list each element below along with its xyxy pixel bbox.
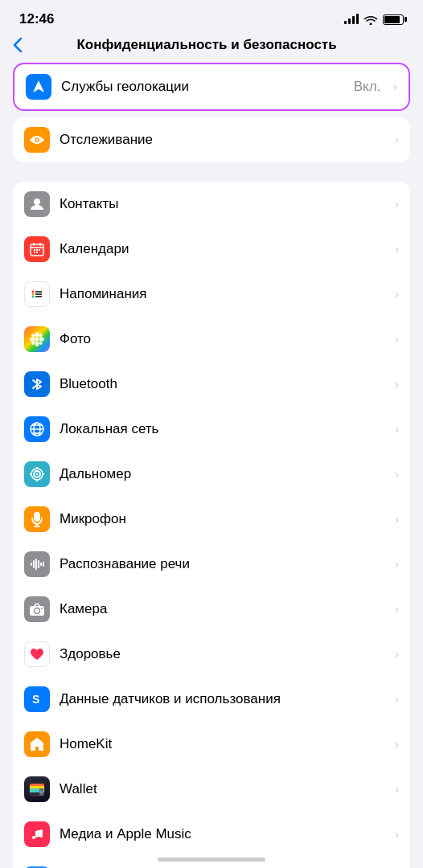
rangefinder-label: Дальномер	[60, 466, 385, 482]
location-services-icon	[26, 74, 51, 100]
calendars-icon	[24, 236, 50, 262]
health-label: Здоровье	[60, 646, 385, 662]
main-settings-list: Контакты › Календари ›	[13, 182, 410, 868]
svg-rect-9	[36, 252, 38, 253]
tracking-label: Отслеживание	[60, 132, 385, 148]
homekit-chevron: ›	[395, 738, 399, 751]
svg-point-0	[34, 199, 40, 205]
wallet-icon	[24, 776, 50, 802]
bluetooth-label: Bluetooth	[60, 376, 385, 392]
tracking-row[interactable]: Отслеживание ›	[13, 117, 410, 162]
svg-point-17	[35, 332, 39, 337]
camera-chevron: ›	[395, 603, 399, 616]
calendars-chevron: ›	[395, 243, 399, 256]
rangefinder-row[interactable]: Дальномер ›	[13, 452, 410, 497]
sensordata-icon: S	[24, 686, 50, 712]
location-services-value: Вкл.	[354, 79, 381, 95]
svg-rect-37	[34, 512, 40, 522]
reminders-row[interactable]: Напоминания ›	[13, 272, 410, 317]
contacts-label: Контакты	[60, 196, 385, 212]
svg-point-16	[35, 338, 39, 342]
tracking-icon	[24, 127, 50, 153]
svg-point-48	[41, 608, 43, 609]
svg-rect-45	[43, 562, 44, 567]
homekit-row[interactable]: HomeKit ›	[13, 722, 410, 767]
rangefinder-chevron: ›	[395, 468, 399, 481]
applemusic-icon	[24, 821, 50, 847]
microphone-chevron: ›	[395, 513, 399, 526]
svg-point-10	[32, 291, 35, 293]
sensordata-chevron: ›	[395, 693, 399, 706]
photos-icon	[24, 326, 50, 352]
signal-icon	[344, 14, 359, 24]
contacts-icon	[24, 191, 50, 217]
location-services-label: Службы геолокации	[61, 79, 344, 95]
photos-row[interactable]: Фото ›	[13, 317, 410, 362]
svg-rect-40	[31, 563, 32, 566]
speechrec-row[interactable]: Распознавание речи ›	[13, 542, 410, 587]
camera-icon	[24, 596, 50, 622]
applemusic-chevron: ›	[395, 828, 399, 841]
health-icon	[24, 641, 50, 667]
page-title: Конфиденциальность и безопасность	[23, 37, 391, 53]
microphone-icon	[24, 506, 50, 532]
svg-rect-6	[36, 249, 38, 251]
reminders-label: Напоминания	[60, 286, 385, 302]
svg-text:S: S	[32, 693, 39, 706]
tracking-section: Отслеживание ›	[13, 117, 410, 162]
back-button[interactable]	[13, 37, 23, 53]
svg-point-32	[36, 473, 39, 476]
bluetooth-icon	[24, 371, 50, 397]
svg-point-18	[35, 342, 39, 346]
speechrec-icon	[24, 551, 50, 577]
location-services-chevron: ›	[393, 80, 397, 93]
svg-point-20	[39, 338, 44, 342]
homekit-icon	[24, 731, 50, 757]
status-icons	[344, 14, 404, 25]
wifi-icon	[363, 14, 378, 25]
speechrec-chevron: ›	[395, 558, 399, 571]
svg-point-12	[32, 296, 35, 298]
svg-point-19	[30, 338, 35, 342]
health-chevron: ›	[395, 648, 399, 661]
camera-label: Камера	[60, 601, 385, 617]
photos-label: Фото	[60, 331, 385, 347]
svg-rect-44	[40, 563, 42, 566]
svg-rect-41	[33, 560, 35, 568]
localnetwork-label: Локальная сеть	[60, 421, 385, 437]
applemusic-row[interactable]: Медиа и Apple Music ›	[13, 812, 410, 857]
homekit-label: HomeKit	[60, 736, 385, 752]
bluetooth-row[interactable]: Bluetooth ›	[13, 362, 410, 407]
wallet-chevron: ›	[395, 783, 399, 796]
microphone-row[interactable]: Микрофон ›	[13, 497, 410, 542]
calendars-row[interactable]: Календари ›	[13, 227, 410, 272]
contacts-row[interactable]: Контакты ›	[13, 182, 410, 227]
microphone-label: Микрофон	[60, 511, 385, 527]
svg-point-57	[39, 834, 43, 837]
contacts-chevron: ›	[395, 198, 399, 211]
camera-row[interactable]: Камера ›	[13, 587, 410, 632]
health-row[interactable]: Здоровье ›	[13, 632, 410, 677]
location-services-section: Службы геолокации Вкл. ›	[13, 63, 410, 111]
calendars-label: Календари	[60, 241, 385, 257]
svg-rect-8	[34, 252, 35, 253]
wallet-label: Wallet	[60, 781, 385, 797]
wallet-row[interactable]: Wallet ›	[13, 767, 410, 812]
svg-rect-7	[39, 249, 40, 251]
svg-rect-5	[34, 249, 35, 251]
photos-chevron: ›	[395, 333, 399, 346]
status-bar: 12:46	[0, 0, 423, 34]
bluetooth-chevron: ›	[395, 378, 399, 391]
sensordata-label: Данные датчиков и использования	[60, 691, 385, 707]
tracking-chevron: ›	[395, 133, 399, 146]
rangefinder-icon	[24, 461, 50, 487]
reminders-chevron: ›	[395, 288, 399, 301]
sensordata-row[interactable]: S Данные датчиков и использования ›	[13, 677, 410, 722]
home-indicator	[158, 858, 265, 862]
localnetwork-row[interactable]: Локальная сеть ›	[13, 407, 410, 452]
status-time: 12:46	[19, 11, 54, 27]
svg-point-55	[40, 791, 43, 793]
location-services-row[interactable]: Службы геолокации Вкл. ›	[13, 63, 410, 111]
localnetwork-icon	[24, 416, 50, 442]
svg-rect-42	[35, 559, 37, 570]
